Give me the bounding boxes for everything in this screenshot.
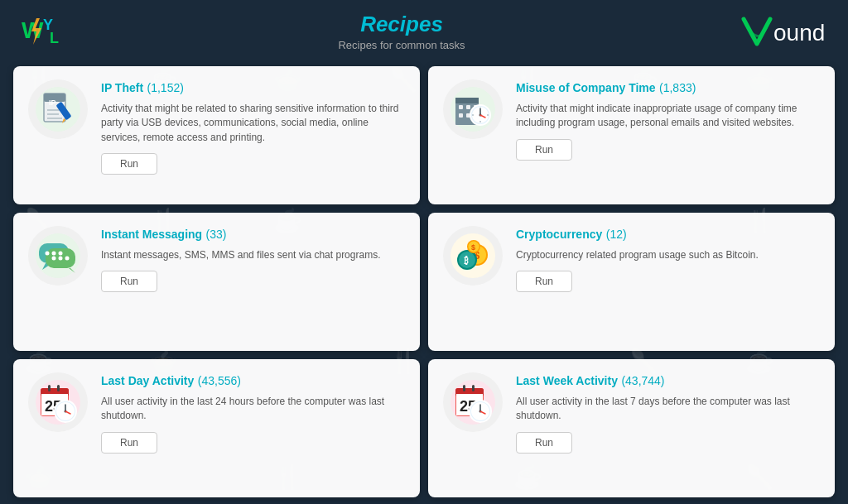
svg-text:L: L <box>50 30 59 46</box>
last-day-title-row: Last Day Activity (43,556) <box>101 372 405 390</box>
svg-point-40 <box>52 257 56 261</box>
card-last-week-activity: 25 Last Week Activity (43,744) All user … <box>428 359 835 497</box>
svg-text:₿: ₿ <box>464 256 469 266</box>
last-week-title-row: Last Week Activity (43,744) <box>516 372 820 390</box>
misuse-title-row: Misuse of Company Time (1,833) <box>516 79 820 97</box>
misuse-body: Misuse of Company Time (1,833) Activity … <box>516 79 820 161</box>
last-day-run-button[interactable]: Run <box>101 432 157 454</box>
last-day-body: Last Day Activity (43,556) All user acti… <box>101 372 405 454</box>
crypto-body: Cryptocurrency (12) Cryptocurrency relat… <box>516 226 820 292</box>
misuse-count: (1,833) <box>659 81 696 94</box>
card-misuse-company-time: Misuse of Company Time (1,833) Activity … <box>428 66 835 204</box>
last-day-desc: All user activity in the last 24 hours b… <box>101 395 405 424</box>
im-body: Instant Messaging (33) Instant messages,… <box>101 226 405 292</box>
ip-theft-icon: IP <box>28 79 88 139</box>
crypto-title-row: Cryptocurrency (12) <box>516 226 820 243</box>
svg-point-38 <box>52 252 56 256</box>
logo-wyl: W Y L <box>20 12 66 51</box>
crypto-title: Cryptocurrency <box>516 228 602 241</box>
svg-text:$: $ <box>471 243 475 252</box>
page-subtitle: Recipes for common tasks <box>66 39 737 51</box>
svg-rect-21 <box>459 113 463 118</box>
svg-text:IP: IP <box>49 98 56 107</box>
last-week-desc: All user activity in the last 7 days bef… <box>516 395 820 424</box>
last-week-body: Last Week Activity (43,744) All user act… <box>516 372 820 454</box>
last-week-count: (43,744) <box>621 374 664 387</box>
last-week-icon: 25 <box>443 372 503 432</box>
ip-theft-count: (1,152) <box>147 81 184 94</box>
crypto-desc: Cryptocurrency related program usage suc… <box>516 248 820 262</box>
crypto-count: (12) <box>606 228 627 241</box>
cryptocurrency-icon: $ ₿ $ <box>443 226 503 286</box>
svg-text:ound: ound <box>773 20 825 46</box>
logo-vound: ound <box>737 12 828 50</box>
last-week-title: Last Week Activity <box>516 374 618 387</box>
im-title-row: Instant Messaging (33) <box>101 226 405 243</box>
last-week-run-button[interactable]: Run <box>516 432 572 454</box>
misuse-title: Misuse of Company Time <box>516 81 656 94</box>
header: W Y L Recipes Recipes for common tasks o… <box>0 0 848 60</box>
header-center: Recipes Recipes for common tasks <box>66 12 737 51</box>
last-day-title: Last Day Activity <box>101 374 194 387</box>
svg-rect-70 <box>472 385 475 391</box>
last-day-icon: 25 <box>28 372 88 432</box>
card-last-day-activity: 25 Last Day Activity (43,556) All user a… <box>13 359 420 497</box>
svg-rect-58 <box>57 385 60 391</box>
svg-rect-17 <box>455 98 479 103</box>
ip-theft-title-row: IP Theft (1,152) <box>101 79 405 97</box>
svg-rect-18 <box>459 105 463 109</box>
misuse-desc: Activity that might indicate inappropria… <box>516 102 820 131</box>
ip-theft-body: IP Theft (1,152) Activity that might be … <box>101 79 405 175</box>
im-title: Instant Messaging <box>101 228 202 241</box>
svg-rect-19 <box>466 105 470 109</box>
page-title: Recipes <box>66 12 737 37</box>
ip-theft-title: IP Theft <box>101 81 143 94</box>
svg-rect-57 <box>48 385 51 391</box>
card-cryptocurrency: $ ₿ $ Cryptocurrency (12) Cryptocurrency… <box>428 213 835 351</box>
ip-theft-run-button[interactable]: Run <box>101 153 157 175</box>
svg-rect-69 <box>463 385 465 391</box>
im-run-button[interactable]: Run <box>101 271 157 292</box>
misuse-run-button[interactable]: Run <box>516 139 572 161</box>
svg-point-39 <box>59 252 63 256</box>
last-day-count: (43,556) <box>198 374 241 387</box>
card-instant-messaging: Instant Messaging (33) Instant messages,… <box>13 213 420 351</box>
svg-point-41 <box>59 257 63 261</box>
im-count: (33) <box>206 228 227 241</box>
crypto-run-button[interactable]: Run <box>516 271 572 292</box>
card-ip-theft: IP IP Theft (1,152) Activity that might … <box>13 66 420 204</box>
svg-point-42 <box>65 257 70 261</box>
recipes-grid: IP IP Theft (1,152) Activity that might … <box>0 60 848 504</box>
misuse-icon <box>443 79 503 139</box>
svg-point-37 <box>46 252 50 256</box>
instant-messaging-icon <box>28 226 88 286</box>
im-desc: Instant messages, SMS, MMS and files sen… <box>101 248 405 262</box>
ip-theft-desc: Activity that might be related to sharin… <box>101 102 405 145</box>
